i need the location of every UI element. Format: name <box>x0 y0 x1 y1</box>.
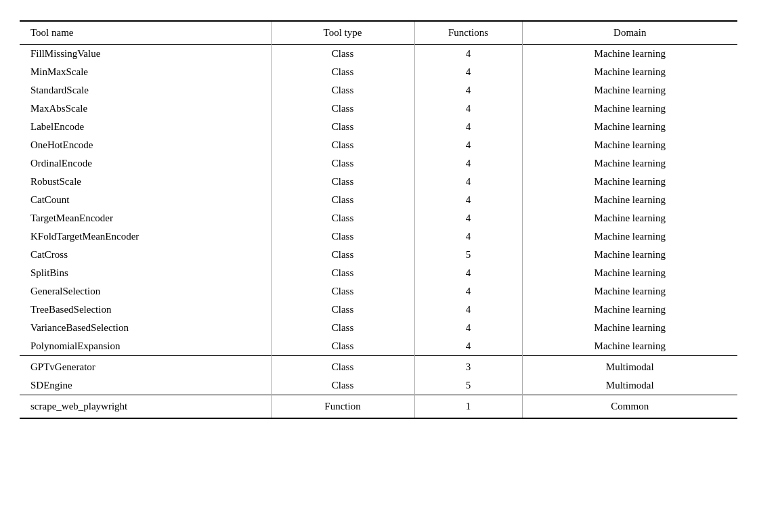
cell-tool-type: Class <box>271 191 414 209</box>
cell-tool-name: TargetMeanEncoder <box>20 209 271 227</box>
table-row: TreeBasedSelectionClass4Machine learning <box>20 301 737 319</box>
table-row: GeneralSelectionClass4Machine learning <box>20 282 737 301</box>
table-container: Tool name Tool type Functions Domain Fil… <box>20 20 737 419</box>
cell-functions: 4 <box>414 282 522 301</box>
table-row: StandardScaleClass4Machine learning <box>20 81 737 99</box>
cell-domain: Machine learning <box>522 99 737 118</box>
cell-tool-name: LabelEncode <box>20 118 271 136</box>
cell-tool-type: Class <box>271 282 414 301</box>
header-functions: Functions <box>414 21 522 45</box>
cell-tool-name: PolynomialExpansion <box>20 337 271 356</box>
cell-functions: 4 <box>414 154 522 173</box>
cell-tool-type: Class <box>271 45 414 64</box>
cell-tool-type: Class <box>271 319 414 337</box>
cell-tool-name: MaxAbsScale <box>20 99 271 118</box>
table-row: MinMaxScaleClass4Machine learning <box>20 63 737 81</box>
table-row: SplitBinsClass4Machine learning <box>20 264 737 282</box>
cell-domain: Common <box>522 395 737 419</box>
table-row: FillMissingValueClass4Machine learning <box>20 45 737 64</box>
cell-functions: 5 <box>414 246 522 264</box>
table-row: OrdinalEncodeClass4Machine learning <box>20 154 737 173</box>
cell-functions: 3 <box>414 356 522 377</box>
cell-tool-type: Class <box>271 118 414 136</box>
cell-functions: 4 <box>414 81 522 99</box>
cell-tool-type: Function <box>271 395 414 419</box>
cell-functions: 4 <box>414 45 522 64</box>
cell-tool-name: GPTvGenerator <box>20 356 271 377</box>
cell-tool-name: VarianceBasedSelection <box>20 319 271 337</box>
cell-tool-name: RobustScale <box>20 173 271 191</box>
cell-domain: Machine learning <box>522 301 737 319</box>
table-row: SDEngineClass5Multimodal <box>20 376 737 395</box>
cell-tool-type: Class <box>271 63 414 81</box>
cell-functions: 4 <box>414 337 522 356</box>
table-row: KFoldTargetMeanEncoderClass4Machine lear… <box>20 227 737 246</box>
header-domain: Domain <box>522 21 737 45</box>
cell-domain: Machine learning <box>522 209 737 227</box>
cell-tool-type: Class <box>271 376 414 395</box>
table-row: PolynomialExpansionClass4Machine learnin… <box>20 337 737 356</box>
header-tool-type: Tool type <box>271 21 414 45</box>
cell-tool-type: Class <box>271 154 414 173</box>
cell-domain: Machine learning <box>522 191 737 209</box>
cell-tool-name: OrdinalEncode <box>20 154 271 173</box>
cell-functions: 4 <box>414 227 522 246</box>
cell-domain: Machine learning <box>522 264 737 282</box>
cell-domain: Machine learning <box>522 45 737 64</box>
cell-tool-type: Class <box>271 136 414 154</box>
table-row: CatCountClass4Machine learning <box>20 191 737 209</box>
table-row: scrape_web_playwrightFunction1Common <box>20 395 737 419</box>
cell-tool-name: KFoldTargetMeanEncoder <box>20 227 271 246</box>
cell-functions: 4 <box>414 209 522 227</box>
cell-functions: 1 <box>414 395 522 419</box>
table-header-row: Tool name Tool type Functions Domain <box>20 21 737 45</box>
cell-tool-name: SplitBins <box>20 264 271 282</box>
cell-tool-name: FillMissingValue <box>20 45 271 64</box>
cell-functions: 4 <box>414 173 522 191</box>
cell-functions: 5 <box>414 376 522 395</box>
cell-functions: 4 <box>414 264 522 282</box>
cell-tool-type: Class <box>271 246 414 264</box>
cell-functions: 4 <box>414 63 522 81</box>
cell-tool-type: Class <box>271 264 414 282</box>
cell-functions: 4 <box>414 301 522 319</box>
cell-tool-type: Class <box>271 173 414 191</box>
tools-table: Tool name Tool type Functions Domain Fil… <box>20 20 737 419</box>
cell-domain: Machine learning <box>522 63 737 81</box>
cell-functions: 4 <box>414 136 522 154</box>
table-row: TargetMeanEncoderClass4Machine learning <box>20 209 737 227</box>
cell-tool-name: scrape_web_playwright <box>20 395 271 419</box>
cell-domain: Machine learning <box>522 227 737 246</box>
cell-domain: Machine learning <box>522 136 737 154</box>
cell-domain: Multimodal <box>522 356 737 377</box>
cell-tool-name: OneHotEncode <box>20 136 271 154</box>
cell-tool-type: Class <box>271 356 414 377</box>
cell-tool-name: GeneralSelection <box>20 282 271 301</box>
cell-tool-name: StandardScale <box>20 81 271 99</box>
cell-tool-type: Class <box>271 99 414 118</box>
table-row: LabelEncodeClass4Machine learning <box>20 118 737 136</box>
cell-tool-type: Class <box>271 337 414 356</box>
table-row: VarianceBasedSelectionClass4Machine lear… <box>20 319 737 337</box>
header-tool-name: Tool name <box>20 21 271 45</box>
table-row: CatCrossClass5Machine learning <box>20 246 737 264</box>
cell-domain: Machine learning <box>522 246 737 264</box>
cell-tool-type: Class <box>271 227 414 246</box>
cell-domain: Machine learning <box>522 319 737 337</box>
cell-functions: 4 <box>414 118 522 136</box>
cell-tool-name: TreeBasedSelection <box>20 301 271 319</box>
cell-tool-name: MinMaxScale <box>20 63 271 81</box>
cell-functions: 4 <box>414 191 522 209</box>
cell-tool-type: Class <box>271 209 414 227</box>
cell-tool-type: Class <box>271 81 414 99</box>
cell-domain: Machine learning <box>522 118 737 136</box>
cell-domain: Machine learning <box>522 173 737 191</box>
cell-domain: Machine learning <box>522 337 737 356</box>
cell-tool-name: SDEngine <box>20 376 271 395</box>
cell-tool-name: CatCount <box>20 191 271 209</box>
table-row: GPTvGeneratorClass3Multimodal <box>20 356 737 377</box>
cell-functions: 4 <box>414 99 522 118</box>
table-row: MaxAbsScaleClass4Machine learning <box>20 99 737 118</box>
table-row: RobustScaleClass4Machine learning <box>20 173 737 191</box>
cell-domain: Machine learning <box>522 282 737 301</box>
